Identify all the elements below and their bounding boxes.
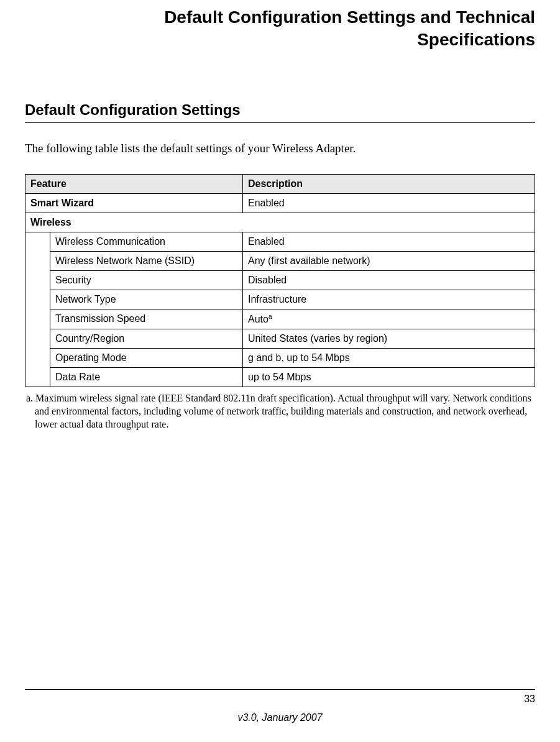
value-cell: g and b, up to 54 Mbps [243, 349, 535, 368]
superscript-a: a [269, 313, 272, 320]
footnote: a. Maximum wireless signal rate (IEEE St… [25, 392, 535, 431]
feature-cell: Wireless Network Name (SSID) [50, 251, 243, 270]
title-line-2: Specifications [417, 30, 535, 49]
table-row: Wireless [25, 213, 535, 232]
value-cell: Autoa [243, 309, 535, 329]
table-row: Security Disabled [25, 270, 535, 290]
intro-text: The following table lists the default se… [25, 142, 535, 155]
value-cell: United States (varies by region) [243, 329, 535, 349]
value-cell: Infrastructure [243, 290, 535, 309]
table-row: Smart Wizard Enabled [25, 193, 535, 213]
table-row: Network Type Infrastructure [25, 290, 535, 309]
table-row: Operating Mode g and b, up to 54 Mbps [25, 349, 535, 368]
value-cell: up to 54 Mbps [243, 368, 535, 387]
feature-cell: Security [50, 270, 243, 290]
smart-wizard-label: Smart Wizard [25, 193, 243, 213]
indent-cell [25, 232, 50, 387]
feature-cell: Data Rate [50, 368, 243, 387]
table-row: Wireless Communication Enabled [25, 232, 535, 251]
section-heading: Default Configuration Settings [25, 101, 535, 123]
feature-cell: Operating Mode [50, 349, 243, 368]
wireless-label: Wireless [25, 213, 535, 232]
value-cell: Disabled [243, 270, 535, 290]
header-feature: Feature [25, 174, 243, 193]
feature-cell: Transmission Speed [50, 309, 243, 329]
table-row: Country/Region United States (varies by … [25, 329, 535, 349]
feature-cell: Country/Region [50, 329, 243, 349]
table-row: Wireless Network Name (SSID) Any (first … [25, 251, 535, 270]
feature-cell: Wireless Communication [50, 232, 243, 251]
footer: 33 v3.0, January 2007 [25, 689, 535, 723]
footer-divider [25, 689, 535, 690]
footer-version: v3.0, January 2007 [25, 712, 535, 723]
table-row: Transmission Speed Autoa [25, 309, 535, 329]
page-number: 33 [25, 694, 535, 705]
value-cell: Any (first available network) [243, 251, 535, 270]
page-title: Default Configuration Settings and Techn… [25, 6, 535, 52]
title-line-1: Default Configuration Settings and Techn… [164, 7, 535, 27]
header-description: Description [243, 174, 535, 193]
smart-wizard-value: Enabled [243, 193, 535, 213]
feature-cell: Network Type [50, 290, 243, 309]
value-cell: Enabled [243, 232, 535, 251]
table-row: Data Rate up to 54 Mbps [25, 368, 535, 387]
settings-table: Feature Description Smart Wizard Enabled… [25, 174, 535, 387]
